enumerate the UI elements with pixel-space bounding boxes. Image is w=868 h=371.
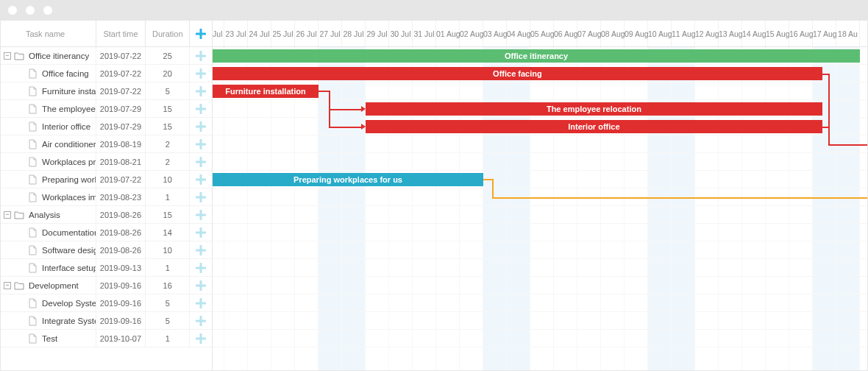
grid-row xyxy=(213,330,867,347)
file-icon xyxy=(27,174,38,185)
file-icon xyxy=(27,139,38,149)
dependency-link xyxy=(483,179,492,180)
plus-icon xyxy=(196,157,206,167)
task-duration: 15 xyxy=(146,118,190,135)
gantt-bar[interactable]: Office itinerancy xyxy=(213,49,860,63)
add-task-button[interactable] xyxy=(190,188,212,205)
task-row[interactable]: Workplaces imp2019-08-231 xyxy=(1,188,212,206)
timeline-day-header: 06 Aug xyxy=(554,21,577,47)
timeline-day-header: 01 Aug xyxy=(436,21,460,47)
add-task-button[interactable] xyxy=(190,65,212,82)
titlebar[interactable] xyxy=(1,0,867,21)
add-task-button[interactable] xyxy=(190,330,212,347)
add-task-button[interactable] xyxy=(190,259,212,276)
gantt-chart[interactable]: Office itinerancyOffice facingFurniture … xyxy=(213,47,867,370)
add-task-button[interactable] xyxy=(190,47,212,64)
task-row[interactable]: The employee r2019-07-2915 xyxy=(1,100,212,118)
add-task-button[interactable] xyxy=(190,312,212,329)
window-control-dot[interactable] xyxy=(43,6,52,15)
timeline-day-header: 02 Aug xyxy=(460,21,483,47)
task-row[interactable]: Air conditioners2019-08-192 xyxy=(1,135,212,153)
add-task-button[interactable] xyxy=(190,100,212,117)
timeline-day-header: 25 Jul xyxy=(271,21,295,47)
task-duration: 20 xyxy=(146,65,190,82)
plus-icon xyxy=(196,68,206,79)
task-row[interactable]: −Analysis2019-08-2615 xyxy=(1,206,212,224)
expander-icon[interactable]: − xyxy=(4,52,11,60)
task-duration: 5 xyxy=(146,312,190,329)
add-task-button[interactable] xyxy=(190,171,212,188)
task-name: Furniture install xyxy=(42,87,96,96)
task-duration: 16 xyxy=(146,277,190,294)
task-row[interactable]: −Development2019-09-1616 xyxy=(1,277,212,294)
grid-row xyxy=(213,241,867,259)
file-icon xyxy=(27,263,38,273)
add-task-button[interactable] xyxy=(190,118,212,135)
grid-row xyxy=(213,135,867,153)
task-row[interactable]: Software design2019-08-2610 xyxy=(1,241,212,259)
add-task-button[interactable] xyxy=(190,135,212,152)
task-start: 2019-07-22 xyxy=(96,65,146,82)
col-header-duration[interactable]: Duration xyxy=(146,21,190,46)
task-row[interactable]: Test2019-10-071 xyxy=(1,330,212,347)
task-row[interactable]: Furniture install2019-07-225 xyxy=(1,82,212,100)
task-start: 2019-10-07 xyxy=(96,330,146,347)
timeline[interactable]: 22 Jul23 Jul24 Jul25 Jul26 Jul27 Jul28 J… xyxy=(213,21,867,370)
add-task-button[interactable] xyxy=(190,82,212,99)
timeline-day-header: 05 Aug xyxy=(530,21,554,47)
file-icon xyxy=(27,121,38,132)
file-icon xyxy=(27,245,38,255)
col-header-add[interactable] xyxy=(190,21,212,46)
grid-row xyxy=(213,294,867,312)
add-task-button[interactable] xyxy=(190,277,212,294)
gantt-bar[interactable]: The employee relocation xyxy=(366,102,822,116)
task-duration: 5 xyxy=(146,82,190,99)
gantt-bar[interactable]: Interior office xyxy=(366,120,822,133)
grid-header: Task name Start time Duration xyxy=(1,21,212,47)
gantt-bar[interactable]: Furniture installation xyxy=(213,85,319,98)
add-task-button[interactable] xyxy=(190,224,212,241)
dependency-link xyxy=(822,127,828,128)
add-task-button[interactable] xyxy=(190,294,212,311)
task-name: Preparing workp xyxy=(42,175,96,184)
task-row[interactable]: −Office itinerancy2019-07-2225 xyxy=(1,47,212,65)
task-row[interactable]: Interface setup2019-09-131 xyxy=(1,259,212,277)
task-row[interactable]: Develop System2019-09-165 xyxy=(1,294,212,312)
task-row[interactable]: Interior office2019-07-2915 xyxy=(1,118,212,135)
file-icon xyxy=(27,68,38,79)
folder-icon xyxy=(14,280,24,291)
col-header-name[interactable]: Task name xyxy=(1,21,96,46)
window-control-dot[interactable] xyxy=(26,6,35,15)
add-task-button[interactable] xyxy=(190,241,212,258)
dependency-link xyxy=(319,91,329,92)
plus-icon xyxy=(196,316,206,326)
dependency-link xyxy=(492,197,867,199)
window-control-dot[interactable] xyxy=(8,6,17,15)
col-header-start-text: Start time xyxy=(103,29,138,38)
task-name: Test xyxy=(42,334,57,343)
plus-icon[interactable] xyxy=(196,29,206,39)
add-task-button[interactable] xyxy=(190,206,212,223)
timeline-day-header: 30 Jul xyxy=(389,21,413,47)
task-row[interactable]: Office facing2019-07-2220 xyxy=(1,65,212,82)
task-row[interactable]: Integrate System2019-09-165 xyxy=(1,312,212,330)
task-start: 2019-08-26 xyxy=(96,224,146,241)
grid-row xyxy=(213,312,867,330)
task-duration: 14 xyxy=(146,224,190,241)
col-header-start[interactable]: Start time xyxy=(96,21,146,46)
gantt-bar[interactable]: Preparing workplaces for us xyxy=(213,173,483,186)
gantt-bar[interactable]: Office facing xyxy=(213,67,822,80)
add-task-button[interactable] xyxy=(190,153,212,170)
expander-icon[interactable]: − xyxy=(4,211,11,219)
task-name: Interface setup xyxy=(42,264,96,272)
task-row[interactable]: Workplaces pre2019-08-212 xyxy=(1,153,212,171)
plus-icon xyxy=(196,245,206,255)
expander-icon[interactable]: − xyxy=(4,282,11,289)
task-duration: 15 xyxy=(146,206,190,223)
task-row[interactable]: Preparing workp2019-07-2210 xyxy=(1,171,212,188)
folder-icon xyxy=(14,51,24,61)
task-duration: 10 xyxy=(146,171,190,188)
task-duration: 1 xyxy=(146,330,190,347)
plus-icon xyxy=(196,227,206,238)
task-row[interactable]: Documentation2019-08-2614 xyxy=(1,224,212,241)
